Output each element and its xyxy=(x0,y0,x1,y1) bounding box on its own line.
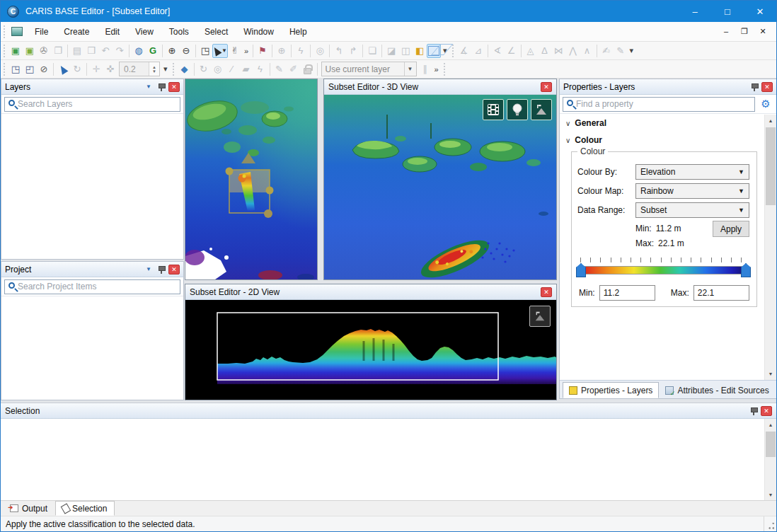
toolbar2-overflow2-icon[interactable]: » xyxy=(432,65,441,74)
selection-scrollbar[interactable]: ▲ ▼ xyxy=(764,419,776,501)
properties-search-box[interactable] xyxy=(563,97,755,112)
save-icon[interactable]: ▤ xyxy=(70,44,84,58)
window-titlebar[interactable]: C CARIS BASE Editor - [Subset Editor] – … xyxy=(1,1,776,22)
min-input[interactable]: 11.2 xyxy=(599,285,655,301)
chevron-down-icon[interactable]: ▼ xyxy=(404,62,416,76)
orientation-button[interactable] xyxy=(531,99,552,120)
scroll-down-icon[interactable]: ▼ xyxy=(765,368,776,380)
mdi-close-button[interactable]: ✕ xyxy=(754,27,772,36)
lock-edit-icon[interactable] xyxy=(301,62,315,76)
select-poly-icon[interactable]: ◰ xyxy=(23,62,37,76)
maximize-button[interactable]: □ xyxy=(711,1,744,22)
attach-file-icon[interactable]: ✇ xyxy=(37,44,51,58)
quick-select-icon[interactable]: ϟ xyxy=(294,44,308,58)
split-line-icon[interactable]: ∕ xyxy=(225,62,239,76)
properties-gear-icon[interactable]: ⚙ xyxy=(758,97,773,112)
swap-layers-icon[interactable]: ◧ xyxy=(413,44,427,58)
subset-cube-icon[interactable] xyxy=(427,44,441,58)
tab-output[interactable]: Output xyxy=(2,501,55,516)
globe-icon[interactable]: ◍ xyxy=(132,44,146,58)
general-section-header[interactable]: ∨ General xyxy=(560,115,764,132)
project-search-box[interactable] xyxy=(4,279,180,294)
map-overview-view[interactable] xyxy=(185,79,318,280)
project-close-icon[interactable]: ✕ xyxy=(168,265,180,274)
properties-pin-icon[interactable] xyxy=(751,83,758,91)
menu-edit[interactable]: Edit xyxy=(97,23,127,40)
layers-close-icon[interactable]: ✕ xyxy=(168,82,180,92)
project-pin-icon[interactable] xyxy=(158,265,165,274)
subset-2d-close-icon[interactable]: ✕ xyxy=(541,287,552,297)
query-select-icon[interactable] xyxy=(56,62,70,76)
layers-pin-icon[interactable] xyxy=(158,83,165,91)
layers-search-input[interactable] xyxy=(18,99,180,109)
parallel-line-icon[interactable]: ∥ xyxy=(418,62,432,76)
survey-node-icon[interactable]: ∆ xyxy=(538,44,552,58)
assign-layer-icon[interactable]: ❏ xyxy=(365,44,379,58)
menu-window[interactable]: Window xyxy=(236,23,282,40)
scroll-down-icon[interactable]: ▼ xyxy=(765,489,776,501)
draw-line-icon[interactable]: ✎ xyxy=(272,62,287,76)
layers-search-box[interactable] xyxy=(4,97,180,112)
max-input[interactable]: 22.1 xyxy=(693,285,749,301)
properties-search-input[interactable] xyxy=(576,99,754,109)
selection-close-icon[interactable]: ✕ xyxy=(761,406,772,416)
zoom-in-icon[interactable]: ⊕ xyxy=(165,44,179,58)
target-layer-combo[interactable]: Use current layer▼ xyxy=(321,62,417,76)
resize-grip[interactable] xyxy=(764,516,776,532)
select-tool-icon[interactable]: ▼ xyxy=(212,44,228,58)
scrollbar-thumb[interactable] xyxy=(766,127,776,205)
close-button[interactable]: ✕ xyxy=(744,1,776,22)
import-data-icon[interactable]: ▣ xyxy=(8,44,23,58)
tolerance-spinner[interactable]: 0.2▲▼ xyxy=(119,62,160,76)
minimize-button[interactable]: – xyxy=(679,1,711,22)
project-search-input[interactable] xyxy=(18,282,180,291)
menu-tools[interactable]: Tools xyxy=(161,23,197,40)
pan-tool-icon[interactable]: ✌ xyxy=(228,44,242,58)
profile-view-icon[interactable]: ⚑ xyxy=(255,44,270,58)
orientation-2d-button[interactable] xyxy=(529,306,551,327)
menu-select[interactable]: Select xyxy=(197,23,236,40)
subset-handle-bottom-right[interactable] xyxy=(264,209,272,218)
flash-edit-icon[interactable]: ϟ xyxy=(253,62,267,76)
pick-move-icon[interactable]: ↰ xyxy=(332,44,346,58)
add-point-icon[interactable]: ⊕ xyxy=(275,44,289,58)
subset-3d-close-icon[interactable]: ✕ xyxy=(541,82,552,92)
target-selection-icon[interactable]: ◎ xyxy=(211,62,225,76)
colour-map-select[interactable]: Rainbow ▼ xyxy=(635,183,749,199)
move-node-icon[interactable]: ✛ xyxy=(89,62,103,76)
clear-selection-icon[interactable]: ⊘ xyxy=(37,62,51,76)
toolbar-grip[interactable] xyxy=(451,45,455,57)
slider-max-handle[interactable] xyxy=(741,263,751,277)
chevron-down-icon[interactable]: ▼ xyxy=(221,48,227,54)
mdi-minimize-button[interactable]: – xyxy=(717,27,735,36)
survey-join-icon[interactable]: ⋈ xyxy=(552,44,566,58)
surface-flat-icon[interactable]: ◪ xyxy=(384,44,398,58)
spinner-arrows-icon[interactable]: ▲▼ xyxy=(149,62,159,76)
zoom-out-icon[interactable]: ⊖ xyxy=(179,44,193,58)
rotate-selection-icon[interactable]: ↻ xyxy=(197,62,211,76)
menu-grip[interactable] xyxy=(3,25,6,38)
toolbar2-overflow-icon[interactable]: ▾ xyxy=(161,64,170,74)
colour-range-slider[interactable] xyxy=(576,262,751,278)
toolbar-grip[interactable] xyxy=(3,63,6,76)
scroll-up-icon[interactable]: ▲ xyxy=(765,115,776,127)
tab-selection[interactable]: Selection xyxy=(55,501,115,516)
record-movie-button[interactable] xyxy=(483,99,504,120)
lasso-select-icon[interactable]: ◎ xyxy=(313,44,327,58)
merge-area-icon[interactable]: ▰ xyxy=(239,62,253,76)
step-node-icon[interactable]: ↻ xyxy=(70,62,84,76)
toolbar-grip[interactable] xyxy=(3,45,6,57)
measure-angle-icon[interactable]: ∡ xyxy=(457,44,471,58)
open-folder-icon[interactable]: ▣ xyxy=(23,44,37,58)
toolbar1-overflow-icon[interactable]: » xyxy=(242,47,251,55)
subset-3d-canvas[interactable] xyxy=(324,95,556,279)
toolbar1-overflow3-icon[interactable]: ▾ xyxy=(628,46,636,55)
select-rect-icon[interactable]: ◳ xyxy=(8,62,23,76)
subset-handle-top-left[interactable] xyxy=(226,168,234,175)
google-earth-icon[interactable]: G xyxy=(146,44,160,58)
menu-create[interactable]: Create xyxy=(56,23,97,40)
tab-attributes-edit-sources[interactable]: Attributes - Edit Sources xyxy=(659,382,775,398)
angle-plus-icon[interactable]: ∠ xyxy=(505,44,519,58)
properties-scrollbar[interactable]: ▲ ▼ xyxy=(764,115,776,380)
menu-file[interactable]: File xyxy=(27,23,56,40)
